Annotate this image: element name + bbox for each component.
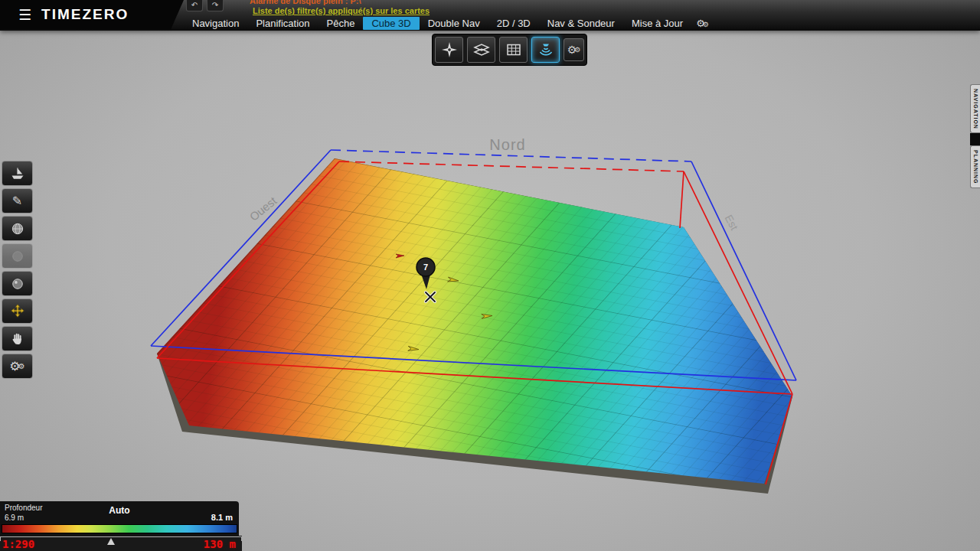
workspace-tabs: Navigation Planification Pêche Cube 3D D… <box>184 16 709 31</box>
sphere-icon <box>10 276 25 292</box>
tab-mise-a-jour[interactable]: Mise à Jour <box>623 17 691 30</box>
depth-scale-panel: Profondeur Auto 6.9 m 8.1 m <box>0 501 239 536</box>
compass-north-label: Nord <box>489 136 525 153</box>
boat-icon <box>9 166 26 181</box>
tab-planification[interactable]: Planification <box>247 17 318 30</box>
chart-layers-icon <box>472 41 491 59</box>
side-tab-divider <box>970 133 980 145</box>
disabled-tool-icon <box>10 249 25 264</box>
scale-distance: 130 m <box>204 538 236 550</box>
tab-cube-3d[interactable]: Cube 3D <box>363 17 419 30</box>
ruler-tick <box>241 536 242 541</box>
draw-tool-button[interactable]: ✎ <box>2 188 33 214</box>
sounder-view-button[interactable] <box>531 37 560 63</box>
map-scale-strip: 1:290 130 m <box>0 536 242 551</box>
disk-full-alert: Alarme de Disque plein : P:\ <box>250 0 361 5</box>
workspace-settings-button[interactable]: ⚙ ⚙ <box>696 18 709 28</box>
depth-color-gradient[interactable] <box>2 524 237 533</box>
tab-2d-3d[interactable]: 2D / 3D <box>488 17 539 30</box>
app-brand: ☰ TIMEZERO <box>0 0 184 29</box>
side-tab-navigation[interactable]: NAVIGATION <box>970 84 980 133</box>
gear-icon: ⚙ <box>703 21 709 28</box>
tab-peche[interactable]: Pêche <box>318 17 364 30</box>
compass-icon <box>440 41 459 59</box>
compass-east-label: Est <box>723 213 741 232</box>
orbit-tool-button[interactable] <box>2 271 33 296</box>
chart-filter-notice[interactable]: Liste de(s) filtre(s) appliqué(s) sur le… <box>253 6 430 15</box>
grid-view-button[interactable] <box>499 37 528 63</box>
tab-double-nav[interactable]: Double Nav <box>420 17 488 30</box>
depth-min-value: 6.9 m <box>5 514 24 522</box>
pencil-icon: ✎ <box>12 195 22 207</box>
disabled-tool-button <box>2 243 33 269</box>
pan-tool-button[interactable] <box>2 326 33 351</box>
tool-options-button[interactable]: ⚙ ⚙ <box>2 354 33 379</box>
top-bar: Alarme de Disque plein : P:\ Liste de(s)… <box>0 0 980 31</box>
boat-tool-button[interactable] <box>2 161 33 186</box>
tab-navigation[interactable]: Navigation <box>184 17 247 30</box>
undo-redo-group: ↶ ↷ <box>186 0 224 11</box>
compass-view-button[interactable] <box>435 37 463 63</box>
sounder-icon <box>537 41 555 59</box>
compass-west-label: Ouest <box>247 194 279 223</box>
app-window: Nord Ouest Est 7 Alarme de Disqu <box>0 0 980 551</box>
charts-button[interactable] <box>467 37 495 63</box>
side-tab-planning[interactable]: PLANNING <box>970 145 980 188</box>
depth-max-value: 8.1 m <box>211 513 233 522</box>
tab-nav-sondeur[interactable]: Nav & Sondeur <box>539 17 623 30</box>
undo-button[interactable]: ↶ <box>186 0 203 11</box>
move-3d-icon <box>9 303 26 320</box>
gear-icon: ⚙ <box>18 363 25 370</box>
side-panel-tabs: NAVIGATION PLANNING <box>970 84 980 188</box>
hamburger-menu-icon[interactable]: ☰ <box>18 8 31 22</box>
move-3d-tool-button[interactable] <box>2 298 33 324</box>
redo-button[interactable]: ↷ <box>207 0 224 11</box>
scale-ruler-line <box>0 536 242 537</box>
left-tool-column: ✎ <box>2 161 33 379</box>
depth-scale-mode[interactable]: Auto <box>0 505 239 516</box>
gear-icon: ⚙ <box>574 46 580 54</box>
scale-marker-icon <box>107 538 115 545</box>
hand-icon <box>10 331 25 347</box>
depth-pin-label: 7 <box>423 262 428 272</box>
toolbar-options-button[interactable]: ⚙ ⚙ <box>564 38 584 61</box>
ruler-tick <box>0 536 1 541</box>
globe-tool-button[interactable] <box>2 216 33 241</box>
scale-ratio: 1:290 <box>2 538 34 550</box>
view-toolbar: ⚙ ⚙ <box>432 34 587 66</box>
cube-3d-viewport[interactable]: Nord Ouest Est 7 <box>0 0 980 551</box>
globe-icon <box>10 221 25 236</box>
grid-icon <box>505 41 523 59</box>
app-title: TIMEZERO <box>41 6 129 23</box>
